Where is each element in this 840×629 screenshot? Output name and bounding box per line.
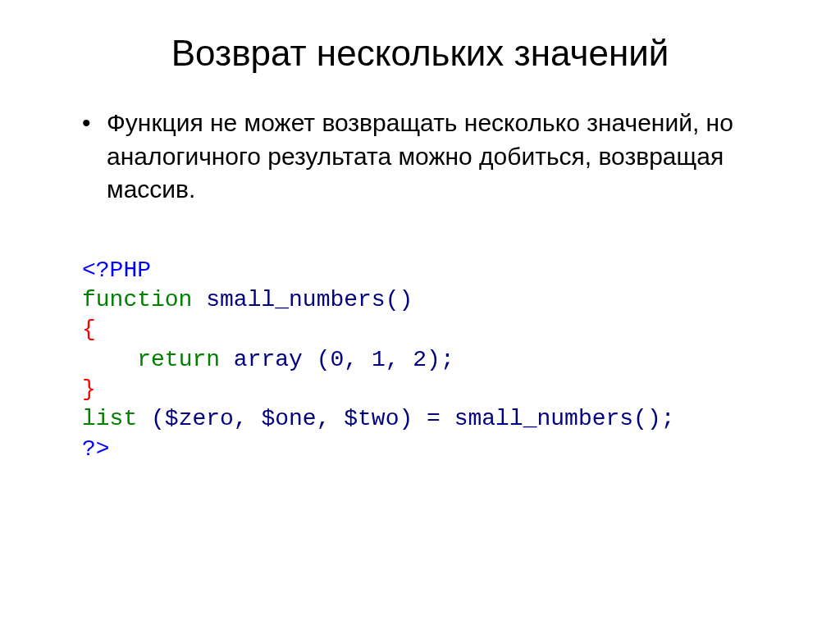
code-block: <?PHP function small_numbers() { return … xyxy=(49,256,791,465)
bullet-list: Функция не может возвращать несколько зн… xyxy=(49,107,791,207)
code-brace-close: } xyxy=(82,376,96,402)
code-function-name: small_numbers() xyxy=(192,287,413,312)
code-php-open: <?PHP xyxy=(82,258,151,283)
code-return-expr: array (0, 1, 2); xyxy=(220,347,454,372)
code-brace-open: { xyxy=(82,317,96,342)
code-list-expr: ($zero, $one, $two) = small_numbers(); xyxy=(137,406,674,431)
bullet-item: Функция не может возвращать несколько зн… xyxy=(82,107,791,207)
slide-title: Возврат нескольких значений xyxy=(49,33,791,74)
code-indent xyxy=(82,347,137,372)
code-keyword-list: list xyxy=(82,406,137,431)
code-keyword-function: function xyxy=(82,287,192,312)
code-keyword-return: return xyxy=(137,347,220,372)
code-php-close: ?> xyxy=(82,436,110,462)
